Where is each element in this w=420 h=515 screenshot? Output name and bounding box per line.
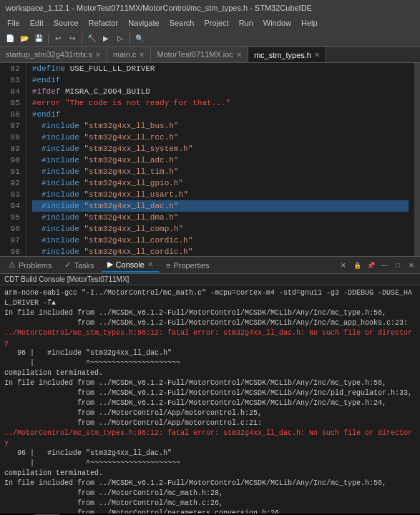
toolbar-sep3 bbox=[130, 33, 130, 44]
line-numbers: 828384858687888990919293949596979899100 bbox=[0, 63, 26, 256]
editor-area[interactable]: 828384858687888990919293949596979899100 … bbox=[0, 63, 420, 256]
panel-scroll-lock-btn[interactable]: 🔒 bbox=[351, 260, 363, 271]
toolbar-new[interactable]: 📄 bbox=[4, 32, 16, 45]
code-line-99: #include "stm32g4xx_ll_cordic.h" bbox=[32, 235, 409, 246]
menu-project[interactable]: Project bbox=[200, 17, 233, 29]
menu-refactor[interactable]: Refactor bbox=[84, 17, 123, 29]
panel-tab-tasks[interactable]: ✓ Tasks bbox=[59, 258, 99, 272]
panel-tab-problems[interactable]: ⚠ Problems bbox=[3, 258, 57, 272]
toolbar-build[interactable]: 🔨 bbox=[85, 32, 98, 45]
console-tab-close[interactable]: ✕ bbox=[147, 260, 153, 268]
console-line: arm-none-eabi-gcc "-I../MotorControl/mc_… bbox=[4, 288, 416, 308]
toolbar-redo[interactable]: ↪ bbox=[66, 32, 79, 45]
panel-tab-properties-label: Properties bbox=[173, 261, 209, 270]
code-line-92: #include "stm32g4xx_ll_adc.h" bbox=[32, 154, 409, 166]
console-line: In file included from ../MCSDK_v6.1.2-Fu… bbox=[4, 378, 416, 388]
panel-tab-console-label: Console bbox=[116, 260, 145, 269]
toolbar-undo[interactable]: ↩ bbox=[52, 32, 64, 45]
console-line: from ../MCSDK_v6.1.2-Full/MotorControl/M… bbox=[4, 388, 416, 398]
code-line-91: #include "stm32g4xx_ll_system.h" bbox=[32, 143, 409, 154]
properties-icon: ≡ bbox=[166, 261, 170, 270]
console-line: 96 | #include "stm32g4xx_ll_dac.h" bbox=[4, 348, 416, 358]
panel-tab-bar: ⚠ Problems ✓ Tasks ▶ Console ✕ ≡ Propert… bbox=[0, 257, 420, 274]
tab-ioc[interactable]: MotorTest0711MX.ioc ✕ bbox=[151, 47, 248, 62]
bottom-panel: ⚠ Problems ✓ Tasks ▶ Console ✕ ≡ Propert… bbox=[0, 256, 420, 514]
console-line: from ../MotorControl/App/motorcontrol.c:… bbox=[4, 418, 416, 428]
title-text: workspace_1.12.1 - MotorTest0711MX/Motor… bbox=[6, 4, 312, 12]
tab-stm-types-close[interactable]: ✕ bbox=[314, 51, 320, 59]
tab-ioc-label: MotorTest0711MX.ioc bbox=[157, 50, 233, 59]
tab-main[interactable]: main.c ✕ bbox=[107, 47, 151, 62]
console-line: from ../MCSDK_v6.1.2-Full/MotorControl/M… bbox=[4, 318, 416, 328]
toolbar-debug[interactable]: ▶ bbox=[99, 32, 112, 45]
tab-ioc-close[interactable]: ✕ bbox=[236, 51, 242, 59]
panel-tab-tasks-label: Tasks bbox=[74, 261, 94, 270]
menu-run[interactable]: Run bbox=[235, 17, 258, 29]
panel-pin-btn[interactable]: 📌 bbox=[365, 260, 376, 271]
code-line-86: #error "The code is not ready for that..… bbox=[32, 97, 409, 109]
panel-tab-properties[interactable]: ≡ Properties bbox=[160, 259, 215, 272]
console-line: from ../MotorControl/mc_math.h:28, bbox=[4, 489, 416, 499]
panel-clear-btn[interactable]: ✕ bbox=[338, 260, 349, 271]
console-line: | ^~~~~~~~~~~~~~~~~~~~~~ bbox=[4, 358, 416, 368]
console-icon: ▶ bbox=[107, 260, 113, 269]
code-line-98: #include "stm32g4xx_ll_comp.h" bbox=[32, 223, 409, 235]
console-line: compilation terminated. bbox=[4, 368, 416, 378]
console-line: ../MotorControl/mc_stm_types.h:96:12: fa… bbox=[4, 328, 416, 348]
toolbar-save[interactable]: 💾 bbox=[32, 32, 45, 45]
toolbar-search2[interactable]: 🔍 bbox=[133, 32, 146, 45]
console-line: compilation terminated. bbox=[4, 469, 416, 479]
code-content[interactable]: #define USE_FULL_LL_DRIVER#endif#ifdef M… bbox=[26, 63, 414, 256]
menu-search[interactable]: Search bbox=[165, 17, 199, 29]
console-title-bar: CDT Build Console [MotorTest0711MX] bbox=[0, 274, 420, 285]
console-line: In file included from ../MCSDK_v6.1.2-Fu… bbox=[4, 479, 416, 489]
panel-toolbar: ✕ 🔒 📌 — □ ✕ bbox=[338, 260, 417, 271]
tab-main-close[interactable]: ✕ bbox=[139, 51, 145, 59]
code-line-82: #define USE_FULL_LL_DRIVER bbox=[32, 63, 409, 74]
menu-window[interactable]: Window bbox=[259, 17, 296, 29]
menu-help[interactable]: Help bbox=[297, 17, 322, 29]
panel-maximize-btn[interactable]: □ bbox=[392, 260, 404, 271]
code-line-89: #include "stm32g4xx_ll_bus.h" bbox=[32, 120, 409, 132]
menu-bar: File Edit Source Refactor Navigate Searc… bbox=[0, 16, 420, 30]
tab-startup-close[interactable]: ✕ bbox=[95, 51, 101, 59]
tab-stm-types[interactable]: mc_stm_types.h ✕ bbox=[248, 47, 326, 62]
code-line-87: #endif bbox=[32, 109, 409, 120]
tab-startup[interactable]: startup_stm32g431rbtx.s ✕ bbox=[0, 47, 107, 62]
console-line: from ../MotorControl/parameters_conversi… bbox=[4, 509, 416, 514]
tab-main-label: main.c bbox=[113, 50, 136, 59]
console-line: from ../MotorControl/App/motorcontrol.h:… bbox=[4, 408, 416, 418]
menu-file[interactable]: File bbox=[3, 17, 24, 29]
code-line-95: #include "stm32g4xx_ll_usart.h" bbox=[32, 189, 409, 200]
menu-edit[interactable]: Edit bbox=[26, 17, 48, 29]
toolbar-open[interactable]: 📂 bbox=[18, 32, 31, 45]
console-line: ../MotorControl/mc_stm_types.h:96:12: fa… bbox=[4, 428, 416, 448]
tab-startup-label: startup_stm32g431rbtx.s bbox=[6, 50, 92, 59]
problems-icon: ⚠ bbox=[9, 260, 16, 270]
console-title: CDT Build Console [MotorTest0711MX] bbox=[4, 275, 129, 283]
toolbar-sep2 bbox=[82, 33, 82, 44]
code-line-100: #include "stm32g4xx_ll_cordic.h" bbox=[32, 246, 409, 256]
panel-minimize-btn[interactable]: — bbox=[379, 260, 390, 271]
tab-stm-types-label: mc_stm_types.h bbox=[254, 51, 311, 59]
toolbar-run[interactable]: ▷ bbox=[114, 32, 127, 45]
menu-source[interactable]: Source bbox=[49, 17, 83, 29]
panel-tab-console[interactable]: ▶ Console ✕ bbox=[102, 258, 159, 273]
code-line-90: #include "stm32g4xx_ll_rcc.h" bbox=[32, 132, 409, 143]
code-line-97: #include "stm32g4xx_ll_dma.h" bbox=[32, 212, 409, 223]
console-line: 96 | #include "stm32g4xx_ll_dac.h" bbox=[4, 448, 416, 458]
menu-navigate[interactable]: Navigate bbox=[124, 17, 163, 29]
tab-bar: startup_stm32g431rbtx.s ✕ main.c ✕ Motor… bbox=[0, 47, 420, 63]
code-line-96: #include "stm32g4xx_ll_dac.h" bbox=[32, 200, 409, 212]
panel-tab-problems-label: Problems bbox=[19, 261, 52, 270]
panel-close-btn[interactable]: ✕ bbox=[406, 260, 417, 271]
code-line-93: #include "stm32g4xx_ll_tim.h" bbox=[32, 166, 409, 177]
toolbar-sep1 bbox=[48, 33, 49, 44]
tasks-icon: ✓ bbox=[64, 260, 71, 270]
code-line-94: #include "stm32g4xx_ll_gpio.h" bbox=[32, 177, 409, 189]
console-area[interactable]: arm-none-eabi-gcc "-I../MotorControl/mc_… bbox=[0, 285, 420, 514]
editor-scrollbar[interactable] bbox=[414, 63, 420, 256]
console-line: | ^~~~~~~~~~~~~~~~~~~~~~ bbox=[4, 458, 416, 469]
console-line: from ../MCSDK_v6.1.2-Full/MotorControl/M… bbox=[4, 398, 416, 408]
toolbar: 📄 📂 💾 ↩ ↪ 🔨 ▶ ▷ 🔍 bbox=[0, 30, 420, 47]
